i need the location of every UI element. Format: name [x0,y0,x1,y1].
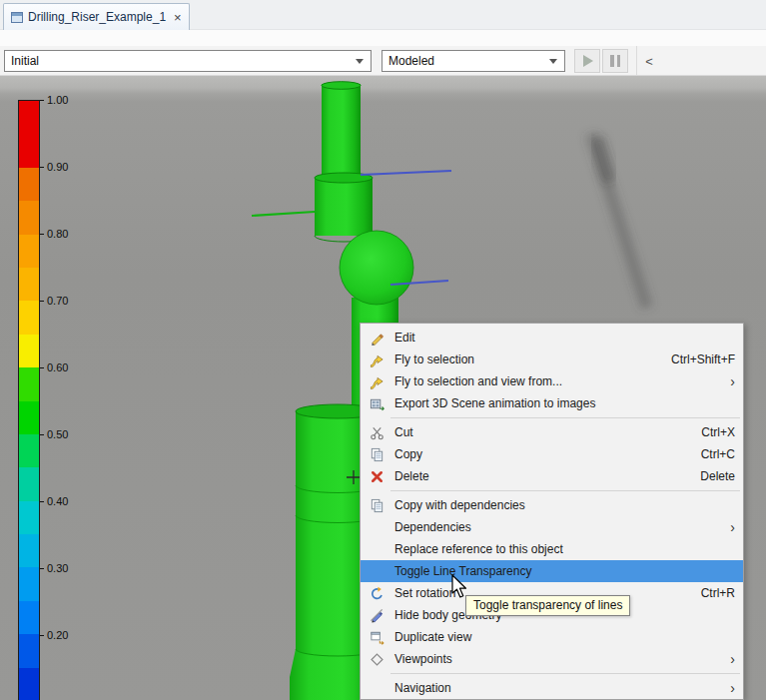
play-button[interactable] [574,49,600,73]
application-window: Drilling_Riser_Example_1 × Initial Model… [0,0,766,700]
cut-icon [367,424,386,440]
colorbar-segment [19,301,39,334]
chevron-down-icon [356,59,364,64]
menu-item-cut[interactable]: CutCtrl+X [361,421,743,443]
menu-item-edit[interactable]: Edit [361,327,743,349]
colorbar-segment [19,134,39,167]
tab-title: Drilling_Riser_Example_1 [28,10,166,24]
menu-item-label: Dependencies [386,520,723,534]
colorbar-segment [19,668,39,700]
menu-item-label: Viewpoints [386,652,723,666]
colorbar-segment [19,268,39,301]
rotate-icon [367,585,386,601]
menu-item-shortcut: Delete [680,469,735,483]
menu-item-shortcut: Ctrl+R [681,586,735,600]
no-icon [367,541,386,557]
menu-item-fly-to-selection[interactable]: Fly to selectionCtrl+Shift+F [361,349,743,370]
colorbar-segment [19,434,39,467]
result-select[interactable]: Modeled [382,50,565,72]
riser-top-rim [322,82,361,90]
menu-item-label: Export 3D Scene animation to images [386,396,735,410]
colorbar-segment [19,101,39,134]
menu-item-copy-with-dependencies[interactable]: Copy with dependencies [361,494,743,516]
no-icon [367,563,386,579]
state-select[interactable]: Initial [4,50,372,72]
menu-item-label: Copy [386,447,681,461]
edit-icon [367,330,386,346]
duplicate-view-icon [367,629,386,645]
fly-icon [367,351,386,367]
menu-item-shortcut: Ctrl+X [681,425,735,439]
axis-line-green [252,212,315,216]
colorbar-segment [19,601,39,634]
export-animation-icon [367,395,386,411]
menu-item-label: Copy with dependencies [386,498,735,512]
collapse-panel-button[interactable]: < [640,51,658,71]
menu-item-dependencies[interactable]: Dependencies› [361,516,743,538]
colorbar-segment [19,634,39,667]
header-spacer [0,30,766,46]
menu-item-label: Delete [386,469,680,483]
menu-item-navigation[interactable]: Navigation› [361,677,743,699]
viewer-toolbar: Initial Modeled < [0,46,766,76]
menu-item-label: Navigation [386,681,723,695]
colorbar-segment [19,335,39,367]
no-icon [367,519,386,535]
menu-item-label: Cut [386,425,681,439]
menu-item-copy[interactable]: CopyCtrl+C [361,443,743,465]
tab-drilling-riser-example[interactable]: Drilling_Riser_Example_1 × [3,3,190,30]
colorbar-segment [19,201,39,234]
menu-item-toggle-line-transparency[interactable]: Toggle Line Transparency [361,560,743,582]
scene-document-icon [11,12,23,23]
colorbar-segment [19,401,39,434]
tab-bar: Drilling_Riser_Example_1 × [0,0,766,30]
menu-item-label: Duplicate view [386,630,735,644]
menu-item-export-3d-scene-animation-to-images[interactable]: Export 3D Scene animation to images [361,392,743,414]
tooltip: Toggle transparency of lines [465,595,630,616]
flex-joint-ball [340,231,413,305]
menu-separator [390,490,740,491]
menu-separator [390,417,740,418]
hide-geometry-icon [367,607,386,623]
pause-icon [610,55,620,67]
pause-button[interactable] [602,49,628,73]
submenu-arrow-icon: › [723,520,735,534]
submenu-arrow-icon: › [723,374,735,388]
menu-separator [390,673,740,674]
toolbar-divider [636,46,637,75]
colorbar-segment [19,567,39,600]
menu-item-duplicate-view[interactable]: Duplicate view [361,626,743,648]
state-select-value: Initial [5,54,356,68]
seabed-shadow [591,134,647,308]
menu-item-label: Toggle Line Transparency [386,564,735,578]
menu-item-label: Fly to selection and view from... [386,374,723,388]
menu-item-fly-to-selection-and-view-from[interactable]: Fly to selection and view from...› [361,370,743,392]
submenu-arrow-icon: › [723,652,735,666]
menu-item-replace-reference-to-this-object[interactable]: Replace reference to this object [361,538,743,560]
colorbar-segment [19,367,39,400]
colorbar-segment [19,467,39,500]
colorbar-segment [19,235,39,268]
tab-close-icon[interactable]: × [174,11,182,24]
colorbar-segment [19,501,39,534]
result-select-value: Modeled [383,54,549,68]
menu-item-label: Edit [386,331,735,345]
menu-item-shortcut: Ctrl+Shift+F [651,352,735,366]
colorbar-segment [19,534,39,567]
delete-icon [367,468,386,484]
copy-icon [367,446,386,462]
colorbar [18,100,40,700]
fly-view-icon [367,373,386,389]
menu-item-label: Fly to selection [386,352,651,366]
axis-line-blue [361,171,451,175]
chevron-down-icon [549,59,557,64]
menu-item-delete[interactable]: DeleteDelete [361,465,743,487]
viewpoints-icon [367,651,386,667]
menu-item-label: Replace reference to this object [386,542,735,556]
copy-icon [367,497,386,513]
context-menu: EditFly to selectionCtrl+Shift+FFly to s… [360,323,744,700]
menu-item-shortcut: Ctrl+C [681,447,735,461]
play-icon [583,55,593,67]
menu-item-viewpoints[interactable]: Viewpoints› [361,648,743,670]
submenu-arrow-icon: › [723,681,735,695]
